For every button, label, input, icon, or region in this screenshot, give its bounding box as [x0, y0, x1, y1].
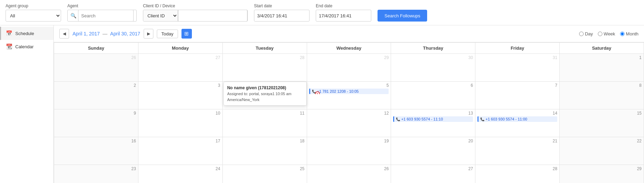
cell-number: 7	[477, 83, 557, 88]
calendar-cell: 26	[54, 54, 138, 82]
sidebar-item-calendar-label: Calendar	[15, 44, 34, 49]
cal-date-end: April 30, 2017	[110, 31, 140, 36]
cell-number: 5	[309, 83, 389, 88]
phone-icon: 📞	[396, 117, 400, 121]
calendar-date-range: April 1, 2017 — April 30, 2017	[73, 31, 140, 36]
start-date-label: Start date	[254, 3, 310, 8]
event-label: +1 603 930 5574 - 11:10	[401, 117, 443, 121]
client-id-input[interactable]	[178, 10, 247, 22]
event-label: +1 603 930 5574 - 11:00	[485, 117, 527, 121]
calendar-row: 23242526272829	[54, 165, 644, 183]
calendar-cell: 1	[560, 54, 644, 82]
sidebar-item-schedule[interactable]: 📅 Schedule	[0, 27, 53, 40]
calendar-cell: 13📞+1 603 930 5574 - 11:10	[391, 109, 475, 137]
calendar-row: 910111213📞+1 603 930 5574 - 11:1014📞+1 6…	[54, 109, 644, 137]
cell-number: 15	[562, 111, 642, 116]
sidebar: 📅 Schedule 📆 Calendar	[0, 25, 54, 183]
calendar-cell: 21	[475, 137, 560, 165]
cell-number: 26	[56, 55, 136, 60]
cell-number: 12	[309, 111, 389, 116]
calendar-cell: 15	[560, 109, 644, 137]
calendar-cell: 24	[138, 165, 222, 183]
cell-number: 10	[141, 111, 220, 116]
event-pill[interactable]: 📞+1 603 930 5574 - 11:10	[393, 116, 473, 122]
cell-number: 28	[225, 55, 305, 60]
cell-number: 13	[393, 111, 473, 116]
agent-search-wrap: 🔍	[67, 10, 137, 22]
cell-number: 27	[393, 166, 473, 171]
calendar-cell: 4No name given (17812021208)Assigned to:…	[222, 82, 307, 109]
search-icon: 🔍	[70, 13, 76, 18]
cal-date-dash: —	[103, 31, 108, 36]
event-tooltip: No name given (17812021208)Assigned to: …	[223, 82, 307, 106]
cell-number: 27	[141, 55, 220, 60]
calendar-cell: 19	[307, 137, 391, 165]
calendar-row: 234No name given (17812021208)Assigned t…	[54, 82, 644, 109]
today-button[interactable]: Today	[157, 30, 178, 38]
view-week-radio[interactable]	[598, 32, 602, 36]
cell-number: 22	[562, 139, 642, 143]
start-date-input[interactable]	[254, 10, 310, 22]
col-wednesday: Wednesday	[307, 43, 391, 54]
calendar-cell: 16	[54, 137, 138, 165]
cell-number: 28	[477, 166, 557, 171]
cell-number: 31	[477, 55, 557, 60]
calendar-row: 2627282930311	[54, 54, 644, 82]
cell-number: 20	[393, 139, 473, 143]
agent-label: Agent	[67, 3, 137, 8]
client-id-type-select[interactable]: Client ID	[143, 10, 178, 21]
calendar-cell: 23	[54, 165, 138, 183]
calendar-icon: 📆	[6, 43, 12, 50]
cell-number: 29	[309, 55, 389, 60]
prev-month-button[interactable]: ◀	[59, 29, 69, 39]
view-month-radio[interactable]	[620, 32, 625, 36]
end-date-input[interactable]	[316, 10, 371, 22]
calendar-cell: 2	[54, 82, 138, 109]
cell-number: 16	[56, 139, 136, 143]
cal-date-start: April 1, 2017	[73, 31, 100, 36]
cell-number: 19	[309, 139, 389, 143]
search-followups-button[interactable]: Search Followups	[378, 10, 427, 22]
calendar-cell: 18	[222, 137, 307, 165]
agent-group-select[interactable]: All	[6, 10, 61, 22]
sidebar-item-calendar[interactable]: 📆 Calendar	[0, 40, 53, 53]
cancel-icon[interactable]: ✕	[315, 91, 320, 94]
cell-number: 18	[225, 139, 305, 143]
cell-number: 17	[141, 139, 220, 143]
grid-view-button[interactable]: ⊞	[181, 29, 192, 39]
next-month-button[interactable]: ▶	[144, 29, 153, 39]
phone-icon: 📞	[480, 117, 484, 121]
view-day-label[interactable]: Day	[579, 31, 593, 36]
view-month-label[interactable]: Month	[620, 31, 638, 36]
start-date-filter: Start date	[254, 3, 310, 22]
cell-number: 21	[477, 139, 557, 143]
sidebar-item-schedule-label: Schedule	[15, 31, 34, 36]
col-tuesday: Tuesday	[222, 43, 307, 54]
filter-bar: Agent group All Agent 🔍 Client ID / Devi…	[0, 0, 644, 25]
cell-number: 30	[393, 55, 473, 60]
view-week-label[interactable]: Week	[598, 31, 615, 36]
calendar-cell: 7	[475, 82, 560, 109]
event-pill[interactable]: 📞+1 603 930 5574 - 11:00	[477, 116, 557, 122]
calendar-cell: 27	[391, 165, 475, 183]
calendar-cell: 12	[307, 109, 391, 137]
calendar-cell: 5📞+1 781 202 1208 - 10:05✕	[307, 82, 391, 109]
agent-search-input[interactable]	[78, 10, 134, 22]
client-id-label: Client ID / Device	[143, 3, 248, 8]
cell-number: 6	[393, 83, 473, 88]
event-label: +1 781 202 1208 - 10:05	[317, 89, 359, 93]
calendar-body: 2627282930311234No name given (178120212…	[54, 54, 644, 183]
cell-number: 8	[562, 83, 642, 88]
col-saturday: Saturday	[560, 43, 644, 54]
calendar-area: ◀ April 1, 2017 — April 30, 2017 ▶ Today…	[54, 25, 644, 183]
calendar-cell: 29	[307, 54, 391, 82]
col-sunday: Sunday	[54, 43, 138, 54]
cell-number: 26	[309, 166, 389, 171]
event-pill[interactable]: 📞+1 781 202 1208 - 10:05✕	[309, 89, 389, 94]
cell-number: 9	[56, 111, 136, 116]
calendar-header-row: Sunday Monday Tuesday Wednesday Thursday…	[54, 43, 644, 54]
calendar-cell: 11	[222, 109, 307, 137]
calendar-cell: 25	[222, 165, 307, 183]
cell-number: 11	[225, 111, 305, 116]
view-day-radio[interactable]	[579, 32, 584, 36]
